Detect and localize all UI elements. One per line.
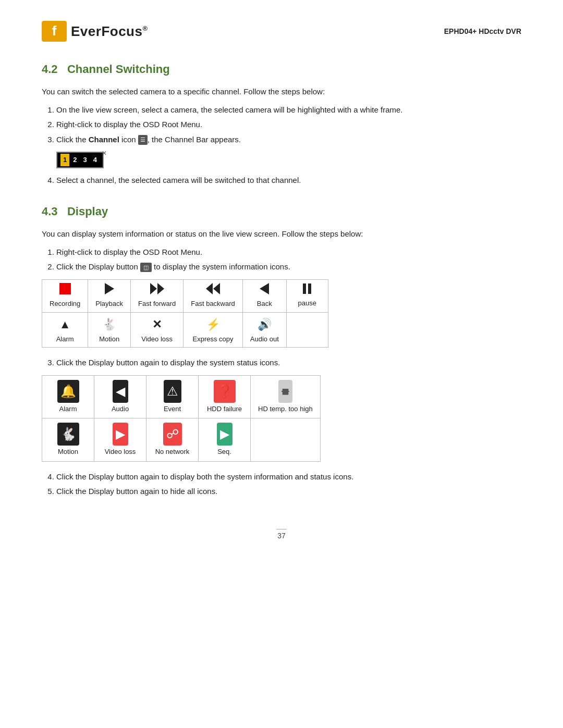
section-42-intro: You can switch the selected camera to a …: [42, 86, 521, 98]
channel-4: 4: [91, 154, 100, 166]
s-seq-label: Seq.: [206, 447, 243, 457]
status-table-row-1: 🔔 Alarm ◀ Audio ⚠ Event ❓ HDD failure ■: [42, 375, 321, 418]
info-icon-expresscopy: ⚡ Express copy: [183, 312, 243, 348]
alarm-icon: ▲: [50, 316, 80, 333]
section-42-heading: Channel Switching: [67, 63, 170, 76]
page-footer: 37: [42, 529, 521, 541]
info-icon-empty: [286, 312, 328, 348]
info-icon-fastforward: Fast forward: [131, 279, 183, 312]
section-42-number: 4.2: [42, 63, 58, 76]
section-43-step-5: Click the Display button again to hide a…: [56, 486, 521, 498]
section-43-steps-cont: Click the Display button again to displa…: [56, 357, 521, 369]
section-43-step-3: Click the Display button again to displa…: [56, 357, 521, 369]
channel-bar-close: ✕: [102, 149, 107, 158]
info-table-row-1: Recording Playback Fast forward: [42, 279, 328, 312]
s-alarm-icon: 🔔: [57, 380, 79, 403]
fastbackward-icon: [206, 283, 220, 294]
back-icon: [260, 283, 269, 298]
section-43-heading: Display: [67, 205, 108, 218]
info-icon-alarm: ▲ Alarm: [42, 312, 88, 348]
fastbackward-label: Fast backward: [191, 299, 235, 309]
status-icon-event: ⚠ Event: [146, 375, 199, 418]
motion-label: Motion: [95, 334, 123, 344]
s-alarm-label: Alarm: [50, 404, 87, 414]
s-seq-icon: ▶: [217, 423, 232, 446]
motion-icon: 🐇: [95, 316, 123, 333]
section-42-title: 4.2 Channel Switching: [42, 60, 521, 78]
channel-bar: ✕ 1 2 3 4: [56, 152, 104, 168]
page-number: 37: [277, 532, 286, 540]
status-icon-motion: 🐇 Motion: [42, 418, 94, 462]
status-icon-empty2: [251, 418, 321, 462]
channel-2: 2: [70, 154, 79, 166]
fastforward-icon: [150, 283, 164, 294]
s-event-label: Event: [154, 404, 191, 414]
s-event-icon: ⚠: [164, 380, 181, 403]
status-icon-videoloss: ▶ Video loss: [94, 418, 146, 462]
s-motion-label: Motion: [50, 447, 87, 457]
videoloss-label: Video loss: [138, 334, 176, 344]
section-43-number: 4.3: [42, 205, 58, 218]
channel-bold: Channel: [89, 135, 119, 144]
channel-icon: ☰: [138, 135, 148, 145]
section-43-step-4: Click the Display button again to displa…: [56, 471, 521, 483]
info-icon-audioout: 🔊 Audio out: [242, 312, 286, 348]
expresscopy-icon: ⚡: [191, 316, 235, 333]
videoloss-icon: ✕: [138, 316, 176, 333]
s-nonet-label: No network: [154, 447, 191, 457]
info-icon-fastbackward: Fast backward: [183, 279, 243, 312]
section-42-step-1: On the live view screen, select a camera…: [56, 104, 521, 116]
s-motion-icon: 🐇: [57, 423, 79, 446]
section-42: 4.2 Channel Switching You can switch the…: [42, 60, 521, 186]
pause-icon: [303, 283, 311, 294]
s-audio-label: Audio: [102, 404, 139, 414]
logo-icon: f: [42, 21, 67, 42]
section-43-intro: You can display system information or st…: [42, 228, 521, 240]
fastforward-label: Fast forward: [138, 299, 176, 309]
logo-text: EverFocus®: [71, 21, 148, 42]
section-43-steps-final: Click the Display button again to displa…: [56, 471, 521, 498]
page-footer-line: [276, 529, 287, 529]
product-title: EPHD04+ HDcctv DVR: [444, 26, 521, 37]
playback-label: Playback: [95, 299, 123, 309]
section-43-steps: Right-click to display the OSD Root Menu…: [56, 246, 521, 273]
recording-icon: [59, 283, 71, 298]
s-hdd-icon: ❓: [214, 380, 236, 403]
info-icon-recording: Recording: [42, 279, 88, 312]
info-icon-back: Back: [242, 279, 286, 312]
section-43: 4.3 Display You can display system infor…: [42, 203, 521, 498]
audioout-icon: 🔊: [250, 316, 279, 333]
s-hdtemp-icon: ■: [278, 380, 292, 403]
page-header: f EverFocus® EPHD04+ HDcctv DVR: [42, 21, 521, 42]
status-icon-hdd: ❓ HDD failure: [199, 375, 251, 418]
expresscopy-label: Express copy: [191, 334, 235, 344]
s-hdtemp-label: HD temp. too high: [258, 404, 313, 414]
playback-icon: [105, 283, 114, 298]
info-icon-table: Recording Playback Fast forward: [42, 279, 328, 348]
s-videoloss-label: Video loss: [102, 447, 139, 457]
alarm-label: Alarm: [50, 334, 80, 344]
status-icon-nonet: ☍ No network: [146, 418, 199, 462]
section-42-step-2: Right-click to display the OSD Root Menu…: [56, 119, 521, 131]
info-icon-pause: pause: [286, 279, 328, 312]
s-audio-icon: ◀: [113, 380, 128, 403]
status-icon-hdtemp: ■ HD temp. too high: [251, 375, 321, 418]
info-icon-videoloss: ✕ Video loss: [131, 312, 183, 348]
section-42-step-3: Click the Channel icon ☰, the Channel Ba…: [56, 134, 521, 171]
audioout-label: Audio out: [250, 334, 279, 344]
s-videoloss-icon: ▶: [113, 423, 128, 446]
back-label: Back: [250, 299, 279, 309]
channel-3: 3: [80, 154, 89, 166]
section-43-title: 4.3 Display: [42, 203, 521, 220]
section-42-steps: On the live view screen, select a camera…: [56, 104, 521, 187]
section-43-step-1: Right-click to display the OSD Root Menu…: [56, 246, 521, 258]
channel-1: 1: [60, 154, 69, 166]
info-icon-playback: Playback: [88, 279, 131, 312]
display-button-icon: ◫: [140, 263, 152, 273]
section-42-step-4: Select a channel, the selected camera wi…: [56, 175, 521, 187]
logo: f EverFocus®: [42, 21, 148, 42]
status-icon-table: 🔔 Alarm ◀ Audio ⚠ Event ❓ HDD failure ■: [42, 375, 321, 462]
svg-text:f: f: [52, 23, 57, 39]
s-hdd-label: HDD failure: [206, 404, 243, 414]
info-icon-motion: 🐇 Motion: [88, 312, 131, 348]
